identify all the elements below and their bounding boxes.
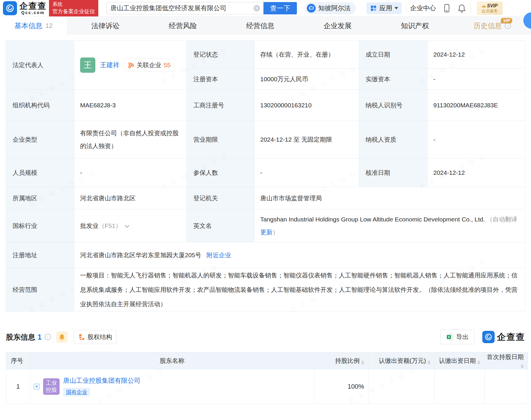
divider: [471, 4, 471, 12]
address-value: 河北省唐山市路北区华岩东里旭园大厦205号: [80, 252, 201, 258]
apps-grid-icon: [370, 5, 377, 12]
field-value: 10000万元人民币: [254, 69, 359, 90]
shareholders-table-header-row: 序号 股东名称 持股比例 认缴出资额(万元) 认缴出资日期 首次持股日期: [6, 352, 528, 369]
tab-company-development[interactable]: 企业发展: [299, 17, 376, 35]
sort-icon[interactable]: [477, 360, 480, 365]
crown-icon: [482, 4, 486, 8]
address-cell: 河北省唐山市路北区华岩东里旭园大厦205号附近企业: [74, 242, 525, 268]
shareholder-name-link[interactable]: 唐山工业控股集团有限公司: [63, 376, 141, 385]
svip-label: SVIP: [487, 3, 498, 9]
zhibi-alpha-button[interactable]: Ci 知彼阿尔法: [305, 2, 356, 14]
chevron-down-icon[interactable]: [124, 222, 130, 229]
field-label: 法定代表人: [6, 41, 74, 90]
legal-rep-name-link[interactable]: 王建祥: [100, 61, 119, 70]
equity-structure-button[interactable]: 股权结构: [74, 330, 116, 344]
field-label: 组织机构代码: [6, 90, 74, 121]
svg-text:X: X: [448, 335, 450, 339]
tab-intellectual-property[interactable]: 知识产权: [376, 17, 454, 35]
shareholder-avatar[interactable]: 工业控股: [43, 378, 60, 395]
legal-rep-avatar[interactable]: 王: [80, 57, 95, 73]
qcc-logo-text[interactable]: 企查查 Qcc.com: [19, 1, 47, 15]
clear-search-icon[interactable]: ✕: [253, 5, 260, 11]
shareholder-date: [435, 369, 485, 404]
nearby-companies-link[interactable]: 附近企业: [207, 252, 231, 258]
industry-value: 批发业: [80, 222, 99, 229]
auto-translate-note-close: ）: [273, 229, 279, 236]
top-bar: 企查查 Qcc.com 系统 官方备案企业征信 ✕ 查一下 Ci 知彼阿尔法 应…: [0, 0, 531, 16]
export-button[interactable]: X 导出: [440, 330, 475, 344]
export-label: 导出: [456, 333, 469, 341]
tab-operation-info[interactable]: 经营信息: [221, 17, 299, 35]
qcc-company-page: { "watermark": { "text": "E E M U 3 Q D"…: [0, 0, 531, 420]
state-owned-tag[interactable]: 国有企业: [63, 388, 90, 397]
search-box: ✕: [106, 2, 263, 14]
tab-legal-litigation[interactable]: 法律诉讼: [67, 17, 144, 35]
auto-translate-note: （自动翻译: [487, 216, 518, 223]
col-header-first-date[interactable]: 首次持股日期: [485, 352, 528, 369]
zhibi-alpha-label: 知彼阿尔法: [318, 4, 351, 13]
field-value: 130200000163210: [254, 90, 359, 121]
field-label: 参保人数: [187, 158, 254, 187]
col-header-amount[interactable]: 认缴出资额(万元): [368, 352, 435, 369]
svip-sublabel: 会员服务: [481, 9, 498, 13]
related-companies-button[interactable]: 关联企业 55: [124, 58, 174, 72]
field-label: 纳税人识别号: [359, 90, 427, 121]
qcc-watermark-logo: 企查查: [482, 331, 525, 343]
business-scope-value: 一般项目：智能无人飞行器销售；智能机器人的研发；智能车载设备销售；智能仪器仪表销…: [74, 268, 525, 311]
notification-bell-icon[interactable]: [458, 4, 466, 13]
info-icon: i: [45, 334, 51, 340]
col-header-ratio[interactable]: 持股比例: [314, 352, 368, 369]
svip-member-button[interactable]: SVIP 会员服务: [477, 1, 503, 15]
field-label: 人员规模: [6, 158, 74, 187]
equity-structure-label: 股权结构: [87, 333, 112, 341]
brand-domain: Qcc.com: [21, 10, 45, 15]
shareholders-count: 1: [38, 333, 42, 341]
refresh-translation-link[interactable]: 更新: [260, 229, 273, 236]
qcc-logo-icon[interactable]: [3, 1, 17, 15]
basic-info-table: 法定代表人 王 王建祥 关联企业 55 登记状态 存续（在营、开业、在册） 成立…: [6, 40, 525, 311]
shareholders-table: 序号 股东名称 持股比例 认缴出资额(万元) 认缴出资日期 首次持股日期 1 +…: [6, 352, 528, 404]
search-input[interactable]: [110, 4, 253, 12]
divider: [406, 4, 407, 12]
excel-icon: X: [447, 333, 454, 341]
col-header-no: 序号: [6, 352, 30, 369]
qcc-logo-icon: [482, 331, 495, 343]
shareholder-name-cell: + 工业控股 唐山工业控股集团有限公司 国有企业: [30, 369, 314, 404]
legal-rep-cell: 王 王建祥 关联企业 55: [74, 41, 187, 90]
apps-menu-button[interactable]: 应用: [366, 2, 402, 14]
sort-icon[interactable]: [521, 364, 524, 368]
field-label: 英文名: [187, 209, 254, 242]
tab-label: 基本信息: [14, 21, 43, 31]
tab-count: 12: [45, 22, 53, 30]
sort-icon[interactable]: [427, 360, 430, 365]
field-value: 唐山市市场监督管理局: [254, 187, 525, 209]
tab-label: 企业发展: [324, 21, 352, 31]
field-value: 存续（在营、开业、在册）: [254, 41, 359, 69]
expand-icon[interactable]: +: [34, 384, 40, 389]
enterprise-center-link[interactable]: 企业中心: [410, 4, 436, 13]
monitor-bell-button[interactable]: [56, 331, 67, 343]
field-value: -: [74, 158, 187, 187]
industry-code: （F51）: [99, 222, 121, 229]
chevron-down-icon: [395, 7, 398, 11]
field-label: 实缴资本: [359, 69, 427, 90]
shareholders-header: 股东信息 1 i 股权结构 X 导出 企查查: [6, 330, 525, 344]
shareholder-row: 1 + 工业控股 唐山工业控股集团有限公司 国有企业 100%: [6, 369, 528, 404]
shareholder-first-date: [485, 369, 528, 404]
field-label: 登记机关: [187, 187, 254, 209]
english-name-cell: Tangshan Industrial Holdings Group Low A…: [254, 209, 525, 242]
english-name-value: Tangshan Industrial Holdings Group Low A…: [260, 216, 485, 223]
gov-badge-line1: 系统: [53, 1, 95, 8]
field-label: 纳税人资质: [359, 121, 427, 158]
apps-label: 应用: [379, 4, 392, 13]
col-header-date[interactable]: 认缴出资日期: [435, 352, 485, 369]
shareholder-no: 1: [6, 369, 30, 404]
section-tabs: 基本信息 12 法律诉讼 经营风险 经营信息 企业发展 知识产权 历史信息 i …: [0, 16, 531, 35]
field-value: 有限责任公司（非自然人投资或控股的法人独资）: [74, 121, 187, 158]
tab-basic-info[interactable]: 基本信息 12: [0, 17, 67, 35]
tab-operation-risk[interactable]: 经营风险: [144, 17, 222, 35]
sort-icon[interactable]: [361, 360, 364, 365]
tab-history-info[interactable]: 历史信息 i VIP: [454, 17, 531, 35]
search-button[interactable]: 查一下: [263, 2, 297, 14]
mobile-app-icon[interactable]: [443, 4, 451, 13]
